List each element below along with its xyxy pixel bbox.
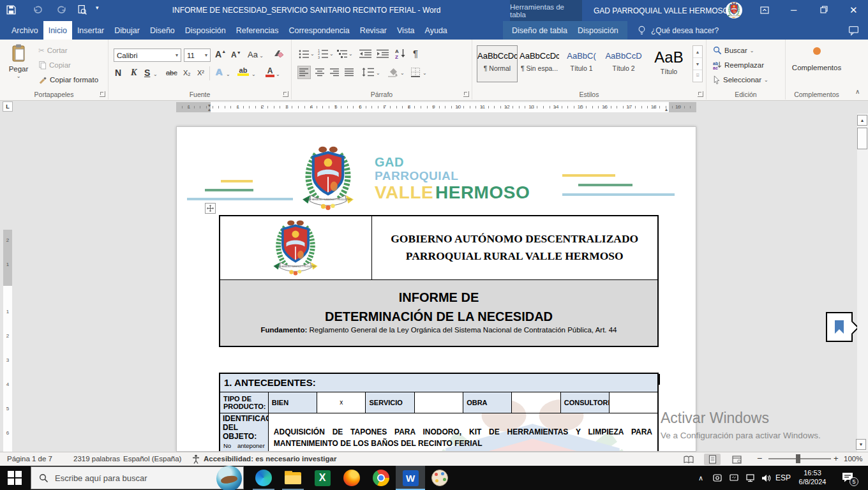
change-case-button[interactable]: Aa ⌄ <box>248 50 264 59</box>
bold-button[interactable]: N <box>115 68 121 78</box>
bookmark-flag[interactable] <box>826 312 853 342</box>
clear-formatting-button[interactable] <box>272 49 283 59</box>
strikethrough-button[interactable]: abc <box>166 69 177 77</box>
style--normal[interactable]: AaBbCcDc¶ Normal <box>477 45 518 82</box>
font-dialog-launcher[interactable] <box>283 91 288 97</box>
format-painter-button[interactable]: Copiar formato <box>38 75 98 84</box>
taskbar-chrome[interactable] <box>366 466 396 490</box>
clock[interactable]: 16:53 6/8/2024 <box>793 469 832 487</box>
tipo-mark-bien[interactable]: x <box>317 392 366 413</box>
account-name[interactable]: GAD PARROQUIAL VALLE HERMOSO <box>594 6 729 15</box>
close-button[interactable]: ✕ <box>849 5 858 15</box>
restore-button[interactable] <box>819 5 828 14</box>
style--sin-espa-[interactable]: AaBbCcDc¶ Sin espa... <box>519 45 560 82</box>
grow-font-button[interactable]: A▲ <box>215 49 226 59</box>
taskbar-search[interactable]: Escribe aquí para buscar <box>31 466 244 489</box>
paste-dropdown[interactable]: ⌄ <box>5 73 32 79</box>
highlight-button[interactable]: ab <box>237 66 249 76</box>
line-spacing-dropdown[interactable]: ⌄ <box>376 70 380 76</box>
redo-icon[interactable] <box>56 4 68 15</box>
align-left-button[interactable] <box>297 66 311 79</box>
notification-button[interactable]: 5 <box>841 471 854 484</box>
cut-button[interactable]: ✂ Cortar <box>38 46 68 55</box>
style-título[interactable]: AaBTítulo <box>645 45 692 82</box>
paragraph-dialog-launcher[interactable] <box>463 91 469 97</box>
tab-disposicion[interactable]: Disposición <box>180 21 231 40</box>
pilcrow-icon[interactable]: ¶ <box>413 48 418 59</box>
taskbar-firefox[interactable] <box>337 466 366 490</box>
word-count[interactable]: 2319 palabras <box>73 455 120 463</box>
zoom-out-button[interactable]: − <box>757 453 762 463</box>
taskbar-edge[interactable] <box>249 466 278 490</box>
contextual-tab-diseno-de-tabla[interactable]: Diseño de tabla <box>507 21 572 40</box>
highlight-dropdown[interactable]: ⌄ <box>251 71 256 77</box>
underline-dropdown[interactable]: ⌄ <box>153 71 158 77</box>
replace-button[interactable]: abac Reemplazar <box>713 61 764 70</box>
accessibility-icon[interactable] <box>191 454 200 464</box>
superscript-button[interactable]: X² <box>197 69 204 77</box>
text-effects-button[interactable]: A <box>216 66 223 77</box>
network-icon[interactable] <box>743 466 758 490</box>
tab-referencias[interactable]: Referencias <box>231 21 284 40</box>
volume-icon[interactable] <box>758 466 774 490</box>
numbered-list-dropdown[interactable]: ⌄ <box>329 51 334 57</box>
addins-button[interactable]: Complementos <box>786 47 848 71</box>
zoom-level[interactable]: 100% <box>844 455 862 463</box>
shading-icon[interactable] <box>387 68 398 77</box>
styles-dialog-launcher[interactable] <box>698 91 703 97</box>
font-name-combo[interactable]: Calibri▾ <box>114 48 181 62</box>
borders-icon[interactable] <box>410 67 421 77</box>
tab-vista[interactable]: Vista <box>392 21 420 40</box>
taskbar-paint[interactable] <box>425 466 454 490</box>
zoom-slider-thumb[interactable] <box>796 454 800 463</box>
font-color-dropdown[interactable]: ⌄ <box>276 71 280 77</box>
header-table[interactable]: GOBIERNO AUTÓNOMO DESCENTRALIZADO PARROQ… <box>219 215 659 347</box>
taskbar-excel[interactable]: X <box>308 466 337 490</box>
print-preview-icon[interactable] <box>77 4 87 15</box>
multilevel-list-icon[interactable] <box>337 49 348 59</box>
styles-scroll-down[interactable]: ▼ <box>693 58 702 70</box>
horizontal-ruler[interactable]: 1 ▾ ▴ ▴ 12345678910111213141516171819 <box>176 102 696 112</box>
web-layout-button[interactable] <box>728 454 745 465</box>
styles-scroll-up[interactable]: ▲ <box>693 46 702 58</box>
language-button[interactable]: ESP <box>774 466 793 490</box>
tab-correspondencia[interactable]: Correspondencia <box>283 21 354 40</box>
tab-insertar[interactable]: Insertar <box>72 21 109 40</box>
copy-button[interactable]: Copiar <box>38 61 71 70</box>
font-color-button[interactable]: A <box>266 66 274 77</box>
save-icon[interactable] <box>6 4 17 15</box>
styles-gallery-expand[interactable]: ⍗ <box>693 70 702 82</box>
tipo-mark-obra[interactable] <box>512 392 560 413</box>
line-spacing-button[interactable] <box>362 67 375 77</box>
increase-indent-icon[interactable] <box>377 49 389 59</box>
style-título-1[interactable]: AaBbC(Título 1 <box>561 45 602 82</box>
search-assistant-icon[interactable] <box>216 466 242 490</box>
language-indicator[interactable]: Español (España) <box>123 455 181 463</box>
tray-icon-1[interactable] <box>710 466 725 490</box>
start-button[interactable] <box>8 471 22 485</box>
document-page[interactable]: GAD PARROQUIAL VALLE HERMOSO GOBIERNO AU… <box>176 126 696 452</box>
tray-expand-icon[interactable]: ∧ <box>693 466 708 490</box>
sort-icon[interactable]: AZ <box>395 48 407 59</box>
scrollbar-track[interactable] <box>857 114 868 452</box>
numbered-list-icon[interactable]: 123 <box>318 48 329 59</box>
taskbar-word[interactable]: W <box>396 466 425 490</box>
clipboard-dialog-launcher[interactable] <box>100 91 105 97</box>
multilevel-list-dropdown[interactable]: ⌄ <box>348 51 353 57</box>
bullet-list-icon[interactable] <box>299 49 310 59</box>
font-size-combo[interactable]: 11▾ <box>184 48 211 62</box>
vertical-ruler[interactable]: 2112345678 <box>3 230 12 452</box>
justify-button[interactable] <box>345 68 354 77</box>
tell-me[interactable]: ¿Qué desea hacer? <box>637 21 719 40</box>
print-layout-button[interactable] <box>704 454 721 465</box>
tab-selector[interactable]: L <box>3 101 13 112</box>
scrollbar-thumb[interactable] <box>857 128 867 149</box>
italic-button[interactable]: K <box>131 68 137 78</box>
style-título-2[interactable]: AaBbCcDTítulo 2 <box>603 45 644 82</box>
tab-inicio[interactable]: Inicio <box>43 21 72 40</box>
collapse-ribbon-icon[interactable]: ∧ <box>855 88 860 95</box>
zoom-in-button[interactable]: + <box>834 454 839 463</box>
align-center-button[interactable] <box>315 68 325 77</box>
taskbar-explorer[interactable] <box>278 466 308 490</box>
bullet-list-dropdown[interactable]: ⌄ <box>310 51 315 57</box>
